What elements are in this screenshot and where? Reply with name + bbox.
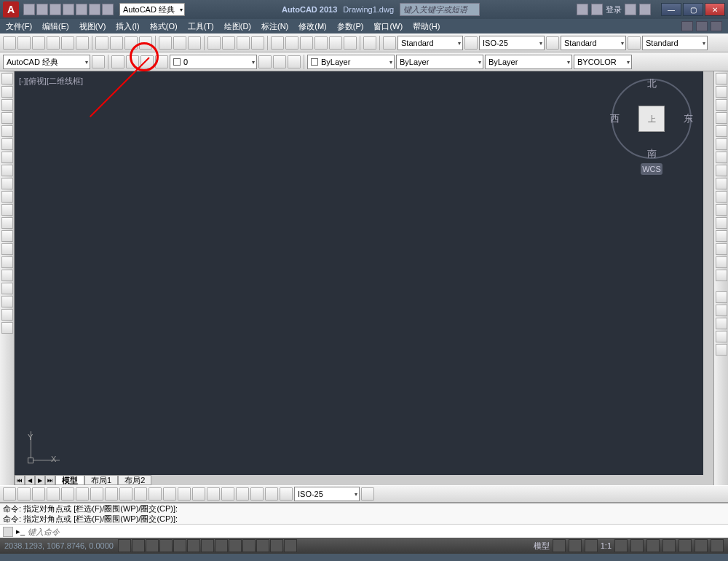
tpy-icon[interactable] (256, 539, 269, 552)
stretch-icon[interactable] (716, 178, 727, 189)
mtext-icon[interactable] (1, 309, 13, 321)
mdi-restore[interactable] (696, 21, 708, 31)
tablestyle-dropdown[interactable]: Standard (561, 36, 626, 50)
style-icon[interactable] (383, 36, 396, 50)
dim-baseline-icon[interactable] (134, 487, 147, 501)
dim-jogline-icon[interactable] (236, 487, 249, 501)
menu-insert[interactable]: 插入(I) (116, 21, 139, 32)
pan-icon[interactable] (207, 36, 221, 50)
dim-arc-icon[interactable] (32, 487, 45, 501)
xline-icon[interactable] (1, 86, 13, 98)
isolate-icon[interactable] (695, 539, 708, 552)
tab-layout2[interactable]: 布局2 (118, 475, 151, 485)
tab-first-icon[interactable]: ⏮ (15, 475, 25, 485)
dim-break-icon[interactable] (178, 487, 191, 501)
point-icon[interactable] (1, 243, 13, 255)
qat-plot-icon[interactable] (76, 4, 87, 15)
arc-icon[interactable] (1, 138, 13, 150)
exchange-icon[interactable] (625, 4, 636, 15)
app-logo[interactable]: A (3, 1, 19, 17)
plotstyle-dropdown[interactable]: BYCOLOR (574, 55, 632, 69)
dim-linear-icon[interactable] (3, 487, 16, 501)
trim-icon[interactable] (716, 191, 727, 203)
signin-icon[interactable] (591, 4, 603, 15)
qat-saveas-icon[interactable] (63, 4, 74, 15)
layer-match-icon[interactable] (273, 55, 286, 68)
qp-icon[interactable] (270, 539, 283, 552)
tablestyle-icon[interactable] (546, 36, 559, 50)
menu-tools[interactable]: 工具(T) (188, 21, 214, 32)
explode-icon[interactable] (716, 270, 727, 281)
viewport-label[interactable]: [-][俯视][二维线框] (19, 76, 83, 87)
menu-dimension[interactable]: 标注(N) (261, 21, 288, 32)
annoscale-icon[interactable] (585, 539, 598, 552)
layer-off-icon[interactable] (155, 55, 168, 68)
dim-aligned-icon[interactable] (17, 487, 31, 501)
pline-icon[interactable] (1, 99, 13, 111)
menu-edit[interactable]: 编辑(E) (42, 21, 69, 32)
menu-parametric[interactable]: 参数(P) (337, 21, 364, 32)
menu-modify[interactable]: 修改(M) (298, 21, 327, 32)
quickview-layouts-icon[interactable] (553, 539, 566, 552)
draworder4-icon[interactable] (716, 331, 727, 342)
array-icon[interactable] (716, 125, 727, 137)
line-icon[interactable] (1, 73, 13, 85)
3dosnap-icon[interactable] (187, 539, 200, 552)
color-dropdown[interactable]: ByLayer (307, 55, 395, 69)
draworder2-icon[interactable] (716, 305, 727, 316)
dimstyle-icon[interactable] (464, 36, 478, 50)
login-label[interactable]: 登录 (606, 4, 622, 15)
sc-icon[interactable] (284, 539, 297, 552)
tab-layout1[interactable]: 布局1 (84, 475, 118, 485)
copy-icon[interactable] (110, 36, 123, 50)
cut-icon[interactable] (95, 36, 108, 50)
command-input[interactable] (28, 527, 725, 536)
qat-open-icon[interactable] (36, 4, 48, 15)
revcloud-icon[interactable] (1, 165, 13, 176)
region-icon[interactable] (1, 283, 13, 294)
osnap-icon[interactable] (173, 539, 186, 552)
dim-radius-icon[interactable] (61, 487, 74, 501)
markup-icon[interactable] (329, 36, 342, 50)
ellipsearc-icon[interactable] (1, 204, 13, 216)
layer-states-icon[interactable] (126, 55, 139, 68)
compass-west[interactable]: 西 (610, 112, 620, 125)
offset-icon[interactable] (716, 112, 727, 124)
hatch-icon[interactable] (1, 256, 13, 268)
help-search[interactable]: 键入关键字或短语 (400, 3, 480, 16)
zoom-prev-icon[interactable] (251, 36, 264, 50)
ortho-icon[interactable] (146, 539, 159, 552)
tab-last-icon[interactable]: ⏭ (45, 475, 55, 485)
sheetset-icon[interactable] (314, 36, 328, 50)
dim-space-icon[interactable] (163, 487, 176, 501)
mdi-close[interactable] (711, 21, 722, 31)
help2-icon[interactable] (363, 36, 376, 50)
snap-icon[interactable] (118, 539, 131, 552)
rectangle-icon[interactable] (1, 125, 13, 137)
dim-quick-icon[interactable] (119, 487, 132, 501)
gradient-icon[interactable] (1, 270, 13, 281)
quickview-drawings-icon[interactable] (569, 539, 582, 552)
menu-help[interactable]: 帮助(H) (413, 21, 440, 32)
workspace2-dropdown[interactable]: AutoCAD 经典 (3, 55, 90, 69)
textstyle-dropdown[interactable]: Standard (397, 36, 463, 50)
otrack-icon[interactable] (201, 539, 214, 552)
polygon-icon[interactable] (1, 112, 13, 124)
insert-icon[interactable] (1, 217, 13, 229)
layer-freeze-icon[interactable] (141, 55, 154, 68)
polar-icon[interactable] (159, 539, 173, 552)
open-icon[interactable] (17, 36, 31, 50)
join-icon[interactable] (716, 230, 727, 242)
hardware-accel-icon[interactable] (678, 539, 692, 552)
coords-display[interactable]: 2038.1293, 1067.8746, 0.0000 (4, 541, 114, 550)
dim-style-dropdown[interactable]: ISO-25 (294, 487, 360, 501)
publish-icon[interactable] (76, 36, 89, 50)
chamfer-icon[interactable] (716, 243, 727, 255)
tab-next-icon[interactable]: ▶ (35, 475, 45, 485)
dim-center-icon[interactable] (207, 487, 220, 501)
compass-east[interactable]: 东 (684, 112, 693, 125)
model-viewport[interactable]: [-][俯视][二维线框] 北 南 东 西 上 WCS Y X ⏮ ◀ ▶ ⏭ … (15, 71, 713, 485)
vertical-scrollbar[interactable] (703, 71, 713, 475)
rotate-icon[interactable] (716, 152, 727, 163)
move-icon[interactable] (716, 138, 727, 150)
